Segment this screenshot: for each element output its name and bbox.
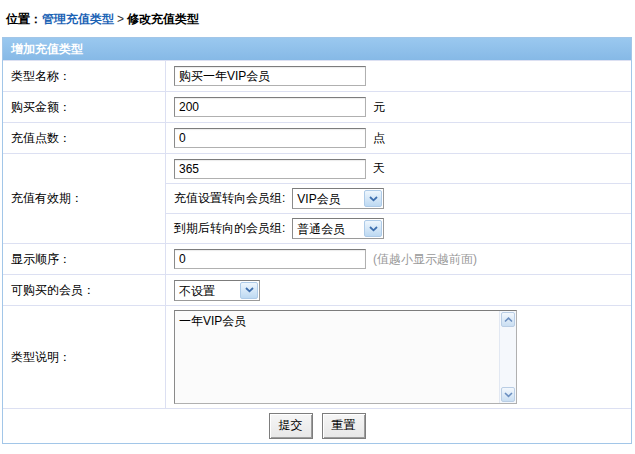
- display-order-label: 显示顺序：: [3, 244, 166, 274]
- expire-group-label: 到期后转向的会员组:: [174, 220, 285, 237]
- type-description-textarea[interactable]: 一年VIP会员: [175, 311, 499, 403]
- breadcrumb-prefix: 位置：: [6, 12, 42, 26]
- reset-button[interactable]: 重置: [322, 413, 366, 439]
- chevron-down-icon: [240, 282, 258, 299]
- recharge-points-unit: 点: [373, 130, 385, 147]
- recharge-points-input[interactable]: [174, 128, 366, 148]
- chevron-down-icon: [364, 190, 382, 207]
- row-display-order: 显示顺序： (值越小显示越前面): [3, 243, 631, 274]
- redirect-group-label: 充值设置转向会员组:: [174, 190, 285, 207]
- validity-days-input[interactable]: [174, 159, 366, 179]
- row-recharge-points: 充值点数： 点: [3, 122, 631, 153]
- type-name-input[interactable]: [174, 66, 366, 86]
- panel-title: 增加充值类型: [3, 38, 631, 60]
- row-purchase-amount: 购买金额： 元: [3, 91, 631, 122]
- expire-group-select[interactable]: 普通会员: [292, 218, 384, 239]
- type-description-textarea-frame: 一年VIP会员: [174, 310, 517, 404]
- validity-days-subrow: 天: [166, 154, 631, 183]
- row-validity: 充值有效期： 天 充值设置转向会员组: VIP会员 到期后转向的会员组: 普通会…: [3, 153, 631, 243]
- breadcrumb-current: 修改充值类型: [127, 12, 199, 26]
- redirect-group-select[interactable]: VIP会员: [292, 188, 384, 209]
- redirect-group-selected-value: VIP会员: [293, 189, 363, 208]
- validity-expire-group-subrow: 到期后转向的会员组: 普通会员: [166, 213, 631, 243]
- row-purchasable-member: 可购买的会员： 不设置: [3, 274, 631, 305]
- submit-button[interactable]: 提交: [269, 413, 313, 439]
- validity-redirect-group-subrow: 充值设置转向会员组: VIP会员: [166, 183, 631, 213]
- breadcrumb: 位置：管理充值类型>修改充值类型: [0, 0, 635, 37]
- display-order-hint: (值越小显示越前面): [373, 251, 477, 268]
- purchasable-member-select[interactable]: 不设置: [174, 280, 260, 301]
- purchase-amount-input[interactable]: [174, 97, 366, 117]
- breadcrumb-link-manage-recharge-types[interactable]: 管理充值类型: [42, 12, 114, 26]
- type-description-label: 类型说明：: [3, 306, 166, 408]
- purchasable-member-selected-value: 不设置: [175, 281, 239, 300]
- expire-group-selected-value: 普通会员: [293, 219, 363, 238]
- validity-label: 充值有效期：: [3, 154, 166, 243]
- scroll-up-icon[interactable]: [501, 312, 515, 327]
- purchasable-member-label: 可购买的会员：: [3, 275, 166, 305]
- recharge-points-label: 充值点数：: [3, 123, 166, 153]
- chevron-down-icon: [364, 220, 382, 237]
- row-type-name: 类型名称：: [3, 60, 631, 91]
- form-actions: 提交 重置: [3, 408, 631, 443]
- add-recharge-type-panel: 增加充值类型 类型名称： 购买金额： 元 充值点数： 点 充值有效期： 天: [2, 37, 632, 444]
- textarea-scrollbar[interactable]: [499, 311, 516, 403]
- row-type-description: 类型说明： 一年VIP会员: [3, 305, 631, 408]
- purchase-amount-unit: 元: [373, 99, 385, 116]
- breadcrumb-separator: >: [114, 12, 127, 26]
- scroll-down-icon[interactable]: [501, 387, 515, 402]
- validity-days-unit: 天: [373, 160, 385, 177]
- type-name-label: 类型名称：: [3, 61, 166, 91]
- display-order-input[interactable]: [174, 249, 366, 269]
- purchase-amount-label: 购买金额：: [3, 92, 166, 122]
